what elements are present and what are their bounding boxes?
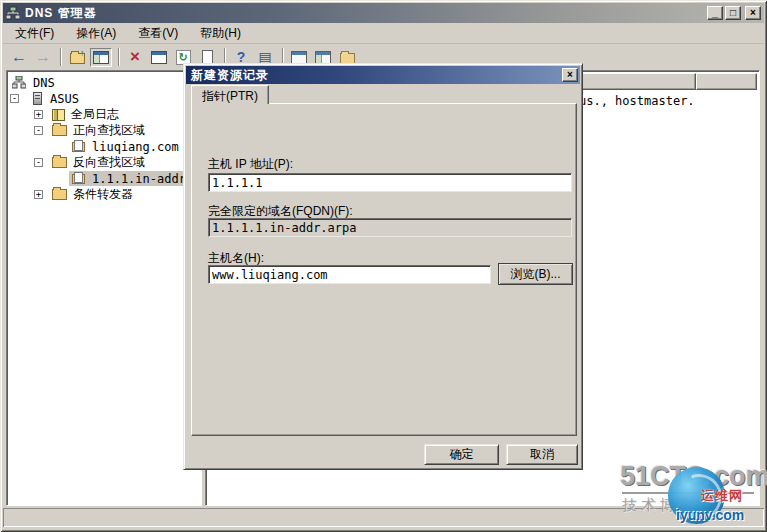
- tree-item-conditional-forwarders[interactable]: + 条件转发器: [34, 187, 135, 202]
- tree-label[interactable]: 条件转发器: [71, 186, 135, 203]
- close-button[interactable]: ×: [745, 6, 761, 20]
- dialog-title: 新建资源记录: [191, 67, 269, 84]
- collapse-icon[interactable]: -: [34, 126, 43, 135]
- tree-label[interactable]: ASUS: [48, 92, 81, 106]
- menu-file[interactable]: 文件(F): [9, 23, 60, 44]
- tab-ptr-label: 指针(PTR): [202, 89, 258, 103]
- collapse-icon[interactable]: -: [10, 94, 19, 103]
- soa-record-text: us., hostmaster.: [579, 94, 695, 108]
- host-ip-label: 主机 IP 地址(P):: [208, 156, 293, 173]
- window-title: DNS 管理器: [25, 5, 97, 22]
- folder-icon: [52, 125, 67, 136]
- soa-record-row[interactable]: us., hostmaster.: [579, 94, 695, 108]
- host-ip-input[interactable]: [208, 173, 572, 192]
- tab-ptr[interactable]: 指针(PTR): [191, 85, 269, 104]
- server-icon: [33, 92, 42, 105]
- zone-icon: [72, 142, 85, 152]
- menu-action[interactable]: 操作(A): [70, 23, 122, 44]
- properties-icon[interactable]: [148, 47, 170, 67]
- expand-icon[interactable]: +: [34, 110, 43, 119]
- tree-label[interactable]: DNS: [31, 76, 57, 90]
- host-name-input[interactable]: [208, 265, 491, 284]
- folder-icon: [52, 189, 67, 200]
- ptr-tab-page: 主机 IP 地址(P): 完全限定的域名(FQDN)(F): 主机名(H): 浏…: [191, 103, 577, 436]
- collapse-icon[interactable]: -: [34, 158, 43, 167]
- tree-item-dns-root[interactable]: DNS: [12, 75, 57, 90]
- menu-view[interactable]: 查看(V): [132, 23, 184, 44]
- tree-item-liuqiang-zone[interactable]: liuqiang.com: [69, 139, 181, 154]
- tree-label[interactable]: liuqiang.com: [90, 140, 181, 154]
- up-one-level-icon[interactable]: ↑: [66, 47, 88, 67]
- back-icon[interactable]: ←: [8, 47, 30, 67]
- browse-button[interactable]: 浏览(B)...: [498, 263, 573, 285]
- delete-icon[interactable]: ×: [124, 47, 146, 67]
- maximize-button[interactable]: □: [725, 6, 741, 20]
- menu-help[interactable]: 帮助(H): [194, 23, 247, 44]
- minimize-button[interactable]: _: [707, 6, 723, 20]
- toolbar-separator: [60, 48, 62, 66]
- tree-label[interactable]: 反向查找区域: [71, 154, 147, 171]
- tree-label[interactable]: 正向查找区域: [71, 122, 147, 139]
- menu-bar: 文件(F) 操作(A) 查看(V) 帮助(H): [3, 23, 764, 44]
- tree-item-reverse-zones[interactable]: - 反向查找区域: [34, 155, 147, 170]
- tree-label[interactable]: 全局日志: [69, 106, 121, 123]
- dns-root-icon: [12, 76, 26, 90]
- dns-manager-window: DNS 管理器 _ □ × 文件(F) 操作(A) 查看(V) 帮助(H) ← …: [0, 0, 767, 532]
- zone-icon: [72, 174, 85, 184]
- tree-item-inaddr-zone-selected[interactable]: 1.1.1.in-addr.ar: [69, 171, 201, 186]
- folder-icon: [52, 157, 67, 168]
- dns-app-icon: [6, 6, 20, 20]
- dialog-close-icon[interactable]: ×: [562, 68, 578, 82]
- log-book-icon: [52, 109, 65, 121]
- new-resource-record-dialog: 新建资源记录 × 指针(PTR) 主机 IP 地址(P): 完全限定的域名(FQ…: [183, 63, 583, 470]
- tree-item-global-logs[interactable]: + 全局日志: [34, 107, 121, 122]
- watermark-yunwei-badge: 运维网: [701, 487, 743, 505]
- console-tree-toggle-icon[interactable]: [90, 48, 112, 67]
- expand-icon[interactable]: +: [34, 190, 43, 199]
- fqdn-readonly-field: [208, 218, 572, 237]
- column-header-timestamp[interactable]: [696, 73, 757, 90]
- window-titlebar: DNS 管理器 _ □ ×: [3, 3, 764, 23]
- console-tree-panel: DNS - ASUS + 全局日志 - 正向查找区域 liuqiang.com …: [6, 70, 202, 506]
- cancel-button[interactable]: 取消: [506, 444, 578, 465]
- tree-item-asus[interactable]: - ASUS: [10, 91, 81, 106]
- toolbar-separator: [118, 48, 120, 66]
- watermark-iyunv-site: iyunv.com: [676, 507, 744, 523]
- dialog-titlebar: 新建资源记录: [186, 66, 580, 84]
- forward-icon[interactable]: →: [32, 47, 54, 67]
- tree-item-forward-zones[interactable]: - 正向查找区域: [34, 123, 147, 138]
- ok-button[interactable]: 确定: [424, 444, 499, 465]
